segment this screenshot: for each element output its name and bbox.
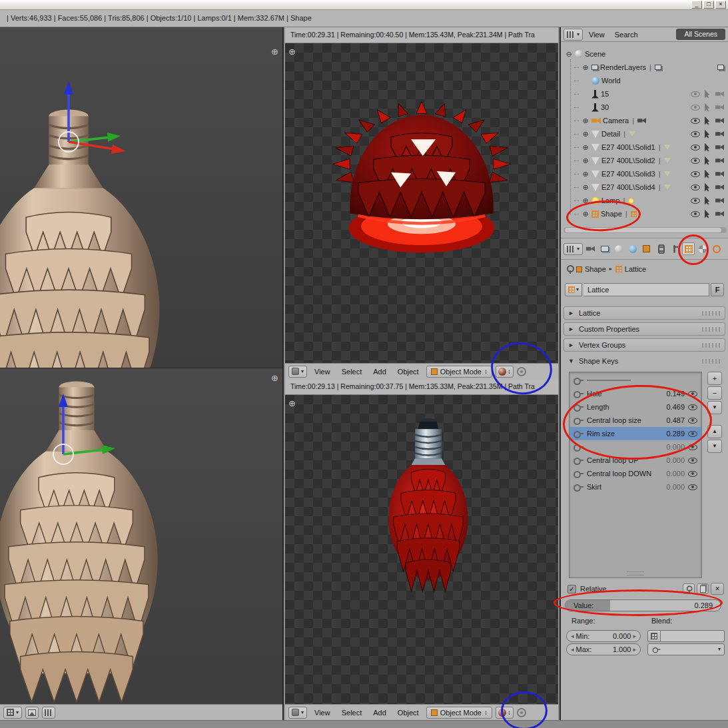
copy-shapekey-button[interactable] (697, 583, 709, 594)
mute-eye-icon[interactable] (688, 404, 697, 410)
datablock-name-field[interactable]: Lattice (583, 283, 709, 296)
menu-object[interactable]: Object (394, 368, 423, 376)
close-button[interactable]: × (715, 1, 726, 9)
shapekey-row-basis[interactable] (569, 374, 701, 387)
collapse-icon[interactable]: ⊖ (565, 50, 573, 59)
outliner-row-lamp[interactable]: ⊕ Lamp | (561, 194, 728, 207)
properties-tab-data[interactable] (682, 242, 695, 255)
render-layer-toggle-icon[interactable] (717, 65, 724, 70)
properties-tab-renderlayers[interactable] (598, 242, 611, 255)
renderability-camera-icon[interactable] (715, 145, 724, 151)
panel-shape-keys[interactable]: ▼ Shape Keys (563, 354, 725, 368)
editor-type-button[interactable]: ▾ (563, 29, 583, 41)
expand-region-icon[interactable]: ⊕ (288, 399, 296, 408)
outliner-row-solid1[interactable]: ⊕ E27 400L\Solid1 | (561, 141, 728, 154)
panel-vertex-groups[interactable]: ► Vertex Groups (563, 338, 725, 352)
outliner-row-15[interactable]: 15 (561, 87, 728, 101)
shapekey-specials-button[interactable]: ▼ (707, 401, 722, 414)
menu-object[interactable]: Object (394, 709, 423, 717)
stats-display-button[interactable] (42, 707, 55, 719)
selectability-cursor-icon[interactable] (705, 183, 711, 192)
renderability-camera-icon[interactable] (715, 211, 724, 217)
editor-type-button[interactable]: ▾ (288, 366, 307, 378)
expand-icon[interactable]: ⊕ (581, 117, 589, 125)
clear-shapekeys-button[interactable]: × (711, 583, 724, 595)
menu-add[interactable]: Add (369, 368, 390, 376)
shapekey-row-hole[interactable]: Hole 0.149 (569, 387, 701, 400)
visibility-eye-icon[interactable] (691, 211, 700, 217)
mode-dropdown[interactable]: Object Mode ↕ (426, 707, 492, 719)
move-key-down-button[interactable]: ▼ (707, 440, 722, 453)
shapekey-row-central-loop-size[interactable]: Central loop size 0.487 (569, 414, 701, 427)
shapekey-row-central-loop-down[interactable]: Central loop DOWN 0.000 (569, 467, 701, 480)
menu-search[interactable]: Search (611, 31, 642, 39)
renderability-camera-icon[interactable] (715, 198, 724, 204)
relative-checkbox[interactable]: ✓ (567, 585, 576, 593)
visibility-eye-icon[interactable] (691, 118, 700, 124)
mute-eye-icon[interactable] (688, 471, 697, 477)
maximize-button[interactable]: □ (703, 1, 714, 9)
outliner-row-world[interactable]: World (561, 74, 728, 87)
manipulator-widget-icon[interactable] (517, 367, 526, 376)
menu-select[interactable]: Select (338, 368, 366, 376)
transform-manipulator[interactable] (22, 79, 135, 192)
shapekey-row-skirt[interactable]: Skirt 0.000 (569, 480, 701, 494)
expand-region-icon[interactable]: ⊕ (271, 374, 278, 382)
transform-manipulator[interactable] (17, 391, 130, 504)
properties-tab-material[interactable] (696, 242, 709, 255)
mute-eye-icon[interactable] (688, 444, 697, 450)
expand-icon[interactable]: ⊕ (581, 196, 589, 205)
increment-icon[interactable]: ▸ (633, 646, 636, 653)
render-result-area[interactable]: ⊕ (285, 43, 558, 363)
properties-tab-constraints[interactable] (654, 242, 667, 255)
panel-grip[interactable] (702, 343, 721, 348)
editor-type-button[interactable]: ▾ (563, 243, 583, 255)
shapekey-row-length[interactable]: Length 0.469 (569, 400, 701, 414)
editor-type-button[interactable]: ▾ (288, 707, 307, 719)
renderability-camera-icon[interactable] (715, 91, 724, 97)
selectability-cursor-icon[interactable] (705, 210, 711, 218)
decrement-icon[interactable]: ◂ (571, 633, 574, 639)
expand-icon[interactable]: ⊕ (581, 157, 589, 165)
outliner-row-camera[interactable]: ⊕ Camera | (561, 114, 728, 127)
visibility-eye-icon[interactable] (691, 171, 700, 177)
outliner-row-30[interactable]: 30 (561, 101, 728, 114)
shape-key-list[interactable]: Hole 0.149 Length 0.469 Central loop siz… (569, 372, 702, 578)
lamp-render-red-bulb[interactable] (372, 415, 485, 594)
shapekey-row-rim-size[interactable]: Rim size 0.289 (569, 427, 701, 440)
datablock-browse-button[interactable]: ▾ (565, 283, 582, 296)
viewport-render-bottom[interactable]: Time:00:29.13 | Remaining:00:37.75 | Mem… (285, 379, 558, 720)
mute-eye-icon[interactable] (688, 431, 697, 437)
visibility-eye-icon[interactable] (691, 184, 700, 190)
visibility-eye-icon[interactable] (691, 198, 700, 204)
blend-basis-key-field[interactable]: ▾ (647, 643, 725, 655)
mute-eye-icon[interactable] (688, 458, 697, 464)
outliner-row-scene[interactable]: ⊖ Scene (561, 47, 728, 61)
expand-icon[interactable]: ⊕ (581, 183, 589, 192)
menu-view[interactable]: View (585, 31, 609, 39)
visibility-eye-icon[interactable] (691, 145, 700, 151)
render-display-button[interactable] (25, 707, 39, 719)
viewport-shading-button[interactable]: ↕ (496, 707, 514, 719)
properties-tab-physics[interactable] (710, 242, 723, 255)
viewport-3d-top-left[interactable]: ⊕ (0, 27, 284, 368)
mute-eye-icon[interactable] (688, 391, 697, 397)
lamp-render-red-shade[interactable] (322, 90, 522, 266)
list-resize-grip[interactable] (627, 571, 644, 575)
range-max-field[interactable]: ◂ Max: 1.000 ▸ (566, 643, 641, 655)
panel-custom-properties[interactable]: ► Custom Properties (563, 322, 725, 336)
renderability-camera-icon[interactable] (715, 171, 724, 177)
panel-grip[interactable] (702, 311, 721, 316)
panel-grip[interactable] (702, 359, 721, 364)
pin-shapekey-button[interactable] (683, 583, 695, 594)
viewport-3d-bottom-left[interactable]: ⊕ ▾ (0, 368, 284, 720)
fake-user-button[interactable]: F (711, 283, 724, 296)
breadcrumb-object[interactable]: Shape (576, 265, 606, 273)
renderability-camera-icon[interactable] (715, 105, 724, 111)
remove-shapekey-button[interactable]: − (707, 386, 722, 400)
renderability-camera-icon[interactable] (715, 158, 724, 164)
expand-icon[interactable]: ⊕ (581, 143, 589, 152)
outliner-row-detail[interactable]: ⊕ Detail | (561, 127, 728, 141)
mute-eye-icon[interactable] (688, 418, 697, 424)
properties-tab-object[interactable] (640, 242, 653, 255)
